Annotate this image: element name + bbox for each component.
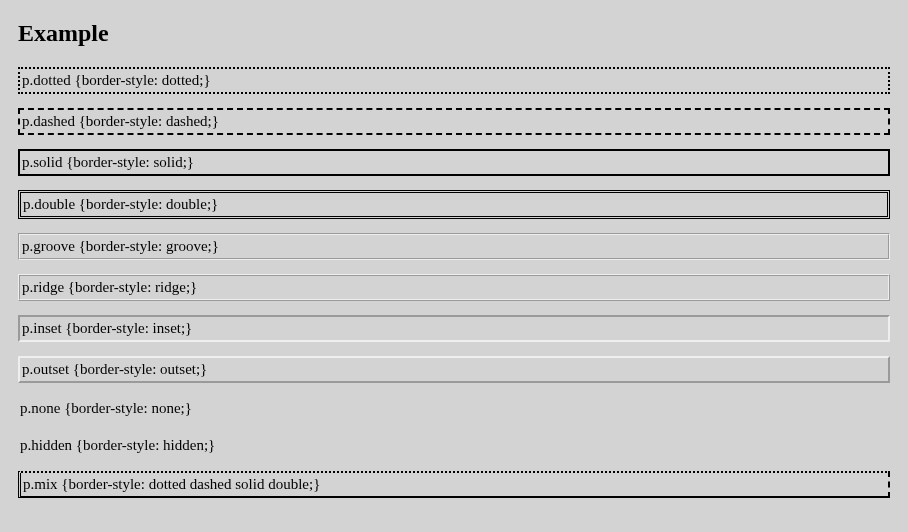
border-example-outset: p.outset {border-style: outset;} [18,356,890,383]
page-title: Example [18,20,890,47]
border-example-dotted: p.dotted {border-style: dotted;} [18,67,890,94]
border-example-mix: p.mix {border-style: dotted dashed solid… [18,471,890,498]
border-example-ridge: p.ridge {border-style: ridge;} [18,274,890,301]
border-example-none: p.none {border-style: none;} [18,397,890,420]
border-example-inset: p.inset {border-style: inset;} [18,315,890,342]
border-example-hidden: p.hidden {border-style: hidden;} [18,434,890,457]
border-example-solid: p.solid {border-style: solid;} [18,149,890,176]
border-example-double: p.double {border-style: double;} [18,190,890,219]
page: Example p.dotted {border-style: dotted;}… [0,0,908,532]
border-example-groove: p.groove {border-style: groove;} [18,233,890,260]
border-example-dashed: p.dashed {border-style: dashed;} [18,108,890,135]
